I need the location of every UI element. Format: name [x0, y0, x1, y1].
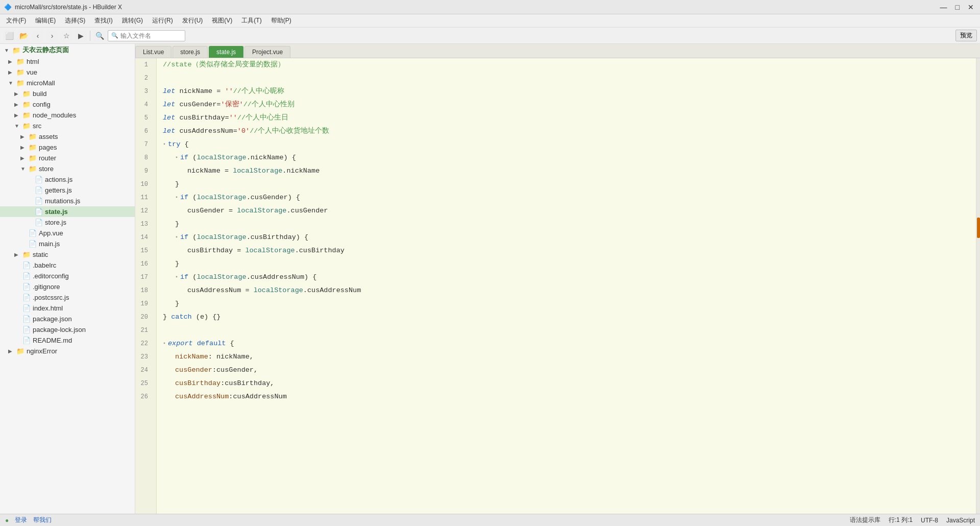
- right-scrollbar[interactable]: [976, 58, 980, 514]
- bookmark-button[interactable]: ☆: [60, 30, 72, 42]
- minimize-button[interactable]: —: [938, 3, 949, 11]
- expand-arrow: ▼: [20, 166, 27, 172]
- search-box[interactable]: 🔍: [108, 30, 185, 41]
- sidebar-item-store[interactable]: ▼ 📁 store: [0, 163, 135, 174]
- sidebar-item-postcssrc[interactable]: ▶ 📄 .postcssrc.js: [0, 292, 135, 303]
- sidebar-item-store-js[interactable]: ▶ 📄 store.js: [0, 217, 135, 228]
- menu-edit[interactable]: 编辑(E): [31, 15, 60, 26]
- sidebar-item-readme[interactable]: ▶ 📄 README.md: [0, 335, 135, 346]
- code-editor[interactable]: 1 2 3 4 5 6 7 8 9 10 11 12 13 14 15 16 1…: [135, 58, 980, 514]
- sidebar-item-node-modules[interactable]: ▶ 📁 node_modules: [0, 110, 135, 121]
- folder-icon: 📁: [16, 58, 24, 65]
- file-icon: 📄: [29, 240, 37, 248]
- menu-tools[interactable]: 工具(T): [237, 15, 265, 26]
- maximize-button[interactable]: □: [953, 3, 962, 11]
- sidebar-item-state-js[interactable]: ▶ 📄 state.js: [0, 206, 135, 217]
- folder-icon: 📁: [12, 46, 20, 54]
- sidebar-item-label: store.js: [45, 219, 66, 226]
- menu-select[interactable]: 选择(S): [61, 15, 89, 26]
- file-icon: 📄: [22, 304, 31, 312]
- expand-arrow: ▶: [14, 112, 20, 118]
- sidebar-item-pages[interactable]: ▶ 📁 pages: [0, 142, 135, 153]
- login-link[interactable]: 登录: [15, 516, 27, 524]
- grammar-label: 语法提示库: [850, 516, 880, 524]
- line-numbers: 1 2 3 4 5 6 7 8 9 10 11 12 13 14 15 16 1…: [135, 58, 157, 514]
- sidebar-item-label: README.md: [33, 337, 72, 344]
- help-link[interactable]: 帮我们: [33, 516, 52, 524]
- fold-icon-11[interactable]: ▪: [175, 191, 178, 204]
- sidebar-item-config[interactable]: ▶ 📁 config: [0, 99, 135, 110]
- sidebar-item-editorconfig[interactable]: ▶ 📄 .editorconfig: [0, 271, 135, 281]
- sidebar-item-nginx-error[interactable]: ▶ 📁 nginxError: [0, 346, 135, 356]
- run-button[interactable]: ▶: [75, 30, 87, 42]
- folder-icon: 📁: [16, 347, 24, 355]
- search-input[interactable]: [120, 32, 182, 39]
- code-line-23: nickName: nickName,: [163, 350, 970, 364]
- file-icon: 📄: [35, 208, 43, 216]
- zoom-button[interactable]: 🔍: [93, 30, 106, 42]
- tab-store-js[interactable]: store.js: [173, 46, 208, 58]
- menu-help[interactable]: 帮助(P): [267, 15, 296, 26]
- code-line-19: }: [163, 297, 970, 310]
- titlebar-left: 🔷 microMall/src/store/state.js - HBuilde…: [4, 4, 122, 11]
- sidebar-item-build[interactable]: ▶ 📁 build: [0, 88, 135, 99]
- sidebar-item-src[interactable]: ▼ 📁 src: [0, 121, 135, 131]
- position-label: 行:1 列:1: [889, 516, 913, 524]
- sidebar-item-assets[interactable]: ▶ 📁 assets: [0, 131, 135, 142]
- sidebar-item-tianyi[interactable]: ▼ 📁 天衣云静态页面: [0, 44, 135, 56]
- fold-icon-22[interactable]: ▪: [163, 337, 166, 350]
- sidebar-item-static[interactable]: ▶ 📁 static: [0, 249, 135, 260]
- back-button[interactable]: ‹: [32, 30, 44, 42]
- sidebar-item-label: 天衣云静态页面: [22, 45, 69, 55]
- menu-publish[interactable]: 发行(U): [178, 15, 207, 26]
- menu-file[interactable]: 文件(F): [2, 15, 30, 26]
- tab-list-vue[interactable]: List.vue: [135, 46, 172, 58]
- tab-project-vue[interactable]: Project.vue: [244, 46, 290, 58]
- sidebar-item-label: state.js: [45, 208, 68, 216]
- code-line-17: ▪if (localStorage.cusAddressNum) {: [163, 271, 970, 284]
- menu-goto[interactable]: 跳转(G): [118, 15, 147, 26]
- sidebar-item-package-lock-json[interactable]: ▶ 📄 package-lock.json: [0, 324, 135, 335]
- expand-arrow: ▶: [14, 91, 20, 97]
- sidebar-item-vue[interactable]: ▶ 📁 vue: [0, 67, 135, 78]
- sidebar-item-micromall[interactable]: ▼ 📁 microMall: [0, 78, 135, 88]
- fold-icon-14[interactable]: ▪: [175, 231, 178, 244]
- menu-find[interactable]: 查找(I): [90, 15, 116, 26]
- new-file-button[interactable]: ⬜: [3, 30, 15, 42]
- open-file-button[interactable]: 📂: [17, 30, 30, 42]
- fold-icon-7[interactable]: ▪: [163, 138, 166, 151]
- sidebar-item-app-vue[interactable]: ▶ 📄 App.vue: [0, 228, 135, 238]
- sidebar-item-mutations-js[interactable]: ▶ 📄 mutations.js: [0, 196, 135, 206]
- tab-state-js[interactable]: state.js: [209, 46, 243, 58]
- statusbar: ● 登录 帮我们 语法提示库 行:1 列:1 UTF-8 JavaScript: [0, 514, 980, 526]
- sidebar-item-index-html[interactable]: ▶ 📄 index.html: [0, 303, 135, 314]
- file-icon: 📄: [22, 283, 31, 291]
- sidebar-item-label: config: [33, 101, 51, 108]
- code-line-13: }: [163, 218, 970, 231]
- sidebar-item-label: getters.js: [45, 186, 72, 194]
- sidebar-item-getters-js[interactable]: ▶ 📄 getters.js: [0, 185, 135, 196]
- fold-icon-8[interactable]: ▪: [175, 151, 178, 164]
- toolbar: ⬜ 📂 ‹ › ☆ ▶ 🔍 🔍 预览: [0, 28, 980, 44]
- sidebar-item-html[interactable]: ▶ 📁 html: [0, 56, 135, 67]
- sidebar-item-package-json[interactable]: ▶ 📄 package.json: [0, 314, 135, 324]
- preview-button[interactable]: 预览: [955, 30, 977, 41]
- sidebar-item-actions-js[interactable]: ▶ 📄 actions.js: [0, 174, 135, 185]
- sidebar-item-router[interactable]: ▶ 📁 router: [0, 153, 135, 163]
- code-line-4: let cusGender='保密'//个人中心性别: [163, 98, 970, 111]
- close-button[interactable]: ✕: [966, 3, 976, 11]
- code-line-22: ▪export default {: [163, 337, 970, 350]
- forward-button[interactable]: ›: [46, 30, 58, 42]
- code-line-1: //state（类似存储全局变量的数据）: [163, 58, 970, 71]
- menu-run[interactable]: 运行(R): [148, 15, 177, 26]
- sidebar-item-babelrc[interactable]: ▶ 📄 .babelrc: [0, 260, 135, 271]
- sidebar-item-label: pages: [39, 144, 57, 151]
- sidebar-item-gitignore[interactable]: ▶ 📄 .gitignore: [0, 281, 135, 292]
- fold-icon-17[interactable]: ▪: [175, 271, 178, 284]
- app-icon: 🔷: [4, 4, 12, 11]
- code-line-21: [163, 324, 970, 337]
- sidebar-item-main-js[interactable]: ▶ 📄 main.js: [0, 238, 135, 249]
- folder-icon: 📁: [16, 79, 24, 87]
- menu-view[interactable]: 视图(V): [208, 15, 236, 26]
- folder-icon: 📁: [29, 154, 37, 162]
